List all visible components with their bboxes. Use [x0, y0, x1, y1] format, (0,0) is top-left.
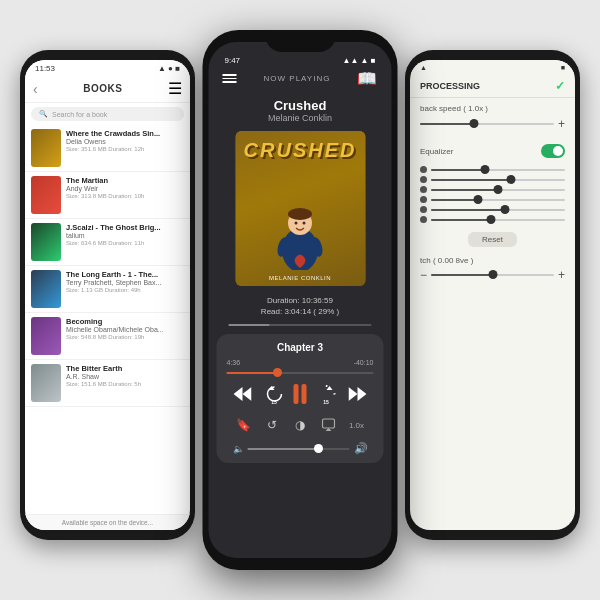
time-elapsed: 4:36 — [227, 359, 241, 366]
right-speed-fill — [420, 123, 474, 125]
eq-thumb-1 — [507, 175, 516, 184]
book-title-3: The Long Earth - 1 - The... — [66, 270, 184, 279]
book-info-1: The Martian Andy Weir Size: 313.8 MB Dur… — [66, 176, 184, 199]
brightness-button[interactable]: ◑ — [289, 414, 311, 436]
chapter-progress-thumb — [273, 368, 282, 377]
eq-row-2 — [420, 186, 565, 193]
eq-dot-5 — [420, 216, 427, 223]
left-time: 11:53 — [35, 64, 55, 73]
bookmark-button[interactable]: 🔖 — [233, 414, 255, 436]
center-menu-row: NOW PLAYING 📖 — [209, 69, 392, 94]
eq-fill-2 — [431, 189, 498, 191]
center-read-progress: Read: 3:04:14 ( 29% ) — [209, 307, 392, 316]
book-item-2[interactable]: J.Scalzi - The Ghost Brig... talium Size… — [25, 219, 190, 266]
right-playback-section: back speed ( 1.0x ) + — [410, 98, 575, 140]
right-speed-thumb — [469, 119, 478, 128]
eq-track-1[interactable] — [431, 179, 565, 181]
volume-high-icon: 🔊 — [354, 442, 368, 455]
eq-fill-1 — [431, 179, 511, 181]
volume-fill — [248, 448, 319, 450]
equalizer-toggle[interactable] — [541, 144, 565, 158]
cover-figure-svg — [273, 195, 328, 270]
scene: 11:53 ▲ ● ■ ‹ BOOKS ☰ 🔍 Search for a boo… — [20, 20, 580, 580]
chapter-progress-bar[interactable] — [227, 372, 374, 374]
right-checkmark: ✓ — [555, 79, 565, 93]
svg-marker-10 — [326, 386, 332, 390]
center-book-progress-bar[interactable] — [229, 324, 372, 326]
eq-row-4 — [420, 206, 565, 213]
book-title-4: Becoming — [66, 317, 184, 326]
book-item-0[interactable]: Where the Crawdads Sin... Delia Owens Si… — [25, 125, 190, 172]
cover-background: CRUSHED — [235, 131, 365, 286]
volume-track[interactable] — [248, 448, 350, 450]
eq-sliders — [420, 166, 565, 223]
cover-title-text: CRUSHED — [235, 139, 365, 162]
book-info-5: The Bitter Earth A.R. Shaw Size: 151.6 M… — [66, 364, 184, 387]
right-battery-icon: ■ — [561, 64, 565, 71]
book-item-5[interactable]: The Bitter Earth A.R. Shaw Size: 151.6 M… — [25, 360, 190, 407]
eq-fill-3 — [431, 199, 478, 201]
right-speed-track[interactable] — [420, 123, 554, 125]
eq-track-3[interactable] — [431, 199, 565, 201]
fast-forward-button[interactable] — [346, 382, 370, 406]
eq-track-4[interactable] — [431, 209, 565, 211]
airplay-button[interactable] — [317, 414, 339, 436]
right-equalizer-label: Equalizer — [420, 147, 453, 156]
speed-button[interactable]: 1.0x — [346, 414, 368, 436]
refresh-button[interactable]: ↺ — [261, 414, 283, 436]
eq-section — [410, 162, 575, 227]
eq-track-5[interactable] — [431, 219, 565, 221]
library-icon[interactable]: 📖 — [357, 69, 377, 88]
book-item-1[interactable]: The Martian Andy Weir Size: 313.8 MB Dur… — [25, 172, 190, 219]
pause-button[interactable] — [294, 384, 307, 404]
search-bar[interactable]: 🔍 Search for a book — [31, 107, 184, 121]
back15-button[interactable]: 15 — [262, 382, 286, 406]
rewind-button[interactable] — [231, 382, 255, 406]
right-speed-plus[interactable]: + — [558, 117, 565, 131]
book-title-1: The Martian — [66, 176, 184, 185]
back-button[interactable]: ‹ — [33, 81, 38, 97]
pause-bar-2 — [302, 384, 307, 404]
pitch-minus[interactable]: − — [420, 268, 427, 282]
svg-point-2 — [288, 208, 312, 220]
left-header-title: BOOKS — [83, 83, 122, 94]
book-cover-crushed[interactable]: CRUSHED — [235, 131, 365, 286]
book-meta-1: Size: 313.8 MB Duration: 10h — [66, 193, 184, 199]
pitch-plus[interactable]: + — [558, 268, 565, 282]
book-cover-3 — [31, 270, 61, 308]
pitch-track[interactable] — [431, 274, 554, 276]
eq-row-1 — [420, 176, 565, 183]
reset-button[interactable]: Reset — [468, 232, 517, 247]
eq-row-3 — [420, 196, 565, 203]
book-item-3[interactable]: The Long Earth - 1 - The... Terry Pratch… — [25, 266, 190, 313]
left-status-bar: 11:53 ▲ ● ■ — [25, 60, 190, 75]
eq-fill-4 — [431, 209, 505, 211]
eq-thumb-0 — [480, 165, 489, 174]
eq-track-2[interactable] — [431, 189, 565, 191]
eq-row-0 — [420, 166, 565, 173]
book-meta-4: Size: 548.8 MB Duration: 19h — [66, 334, 184, 340]
now-playing-label: NOW PLAYING — [264, 72, 331, 85]
book-cover-1 — [31, 176, 61, 214]
eq-row-5 — [420, 216, 565, 223]
eq-track-0[interactable] — [431, 169, 565, 171]
book-item-4[interactable]: Becoming Michelle Obama/Michele Oba... S… — [25, 313, 190, 360]
book-cover-5 — [31, 364, 61, 402]
center-status-icons: ▲▲ ▲ ■ — [342, 56, 375, 65]
eq-thumb-2 — [494, 185, 503, 194]
fwd15-button[interactable]: 15 — [314, 382, 338, 406]
pitch-fill — [431, 274, 492, 276]
hamburger-line1 — [223, 74, 237, 76]
right-screen: ▲ ■ PROCESSING ✓ back speed ( 1.0x ) + E — [410, 60, 575, 530]
right-equalizer-row: Equalizer — [410, 140, 575, 162]
eq-dot-0 — [420, 166, 427, 173]
center-book-title: Crushed — [209, 98, 392, 113]
eq-dot-2 — [420, 186, 427, 193]
chapter-panel: Chapter 3 4:36 -40:10 — [217, 334, 384, 463]
left-footer: Available space on the device... — [25, 514, 190, 530]
pitch-thumb — [488, 270, 497, 279]
eq-dot-1 — [420, 176, 427, 183]
center-screen: 9:47 ▲▲ ▲ ■ NOW PLAYING 📖 Crushed Melani… — [209, 42, 392, 558]
hamburger-icon[interactable] — [223, 74, 237, 83]
time-row: 4:36 -40:10 — [227, 359, 374, 366]
